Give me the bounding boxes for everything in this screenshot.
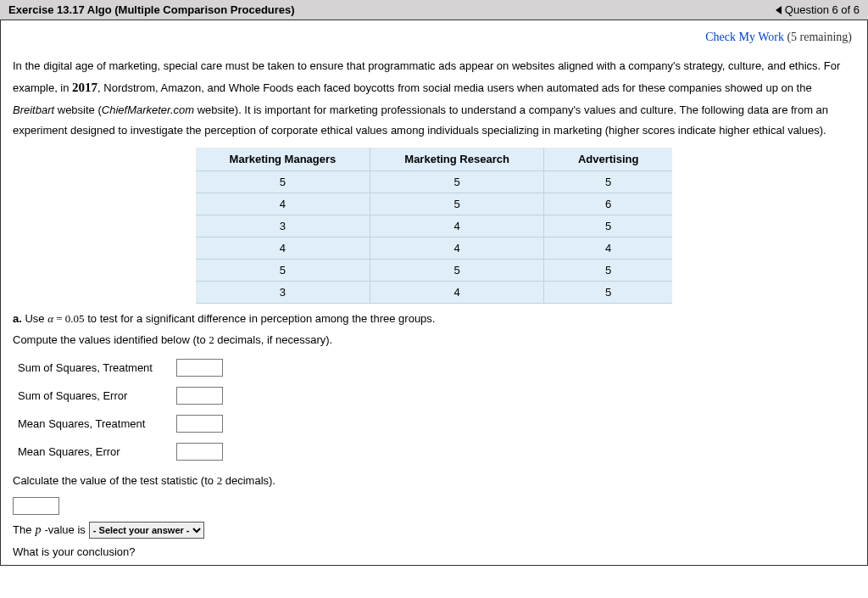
anova-inputs: Sum of Squares, Treatment Sum of Squares… xyxy=(1,350,867,461)
question-nav[interactable]: Question 6 of 6 xyxy=(776,3,860,16)
part-a-t2: to test for a significant difference in … xyxy=(85,312,436,325)
prose-1c: website ( xyxy=(54,103,102,116)
compute-t1: Compute the values identified below (to xyxy=(13,333,209,346)
compute-t2: decimals, if necessary). xyxy=(214,333,332,346)
problem-statement: In the digital age of marketing, special… xyxy=(1,49,867,141)
table-row: 444 xyxy=(196,237,673,259)
table-cell: 4 xyxy=(370,237,544,259)
input-sst[interactable] xyxy=(176,359,223,377)
prose-breitbart: Breitbart xyxy=(13,103,54,116)
table-row: 345 xyxy=(196,215,673,237)
table-cell: 5 xyxy=(543,281,672,303)
table-cell: 5 xyxy=(196,259,370,281)
calc-t1: Calculate the value of the test statisti… xyxy=(13,474,217,487)
compute-instruction: Compute the values identified below (to … xyxy=(1,330,867,351)
label-mse: Mean Squares, Error xyxy=(18,445,168,458)
table-cell: 5 xyxy=(370,193,544,215)
content-frame: Check My Work (5 remaining) In the digit… xyxy=(0,20,868,566)
check-my-work-row: Check My Work (5 remaining) xyxy=(1,20,867,49)
pvalue-select[interactable]: - Select your answer - xyxy=(89,522,204,539)
table-header: Marketing Managers xyxy=(196,148,370,171)
table-cell: 3 xyxy=(196,281,370,303)
table-cell: 5 xyxy=(543,215,672,237)
table-cell: 4 xyxy=(196,193,370,215)
header-bar: Exercise 13.17 Algo (Multiple Comparison… xyxy=(0,0,868,20)
label-mst: Mean Squares, Treatment xyxy=(18,417,168,430)
table-cell: 3 xyxy=(196,215,370,237)
table-cell: 6 xyxy=(543,193,672,215)
input-sse[interactable] xyxy=(176,387,223,405)
table-header: Advertising xyxy=(543,148,672,171)
row-mse: Mean Squares, Error xyxy=(18,443,855,461)
check-my-work-link[interactable]: Check My Work xyxy=(705,31,784,43)
prose-chief: ChiefMarketer.com xyxy=(102,103,194,116)
label-sst: Sum of Squares, Treatment xyxy=(18,361,168,374)
data-table: Marketing ManagersMarketing ResearchAdve… xyxy=(196,148,673,304)
table-cell: 4 xyxy=(196,237,370,259)
prev-arrow-icon[interactable] xyxy=(776,6,782,14)
input-test-statistic[interactable] xyxy=(13,497,59,515)
part-a-t1: Use xyxy=(22,312,47,325)
table-row: 456 xyxy=(196,193,673,215)
check-remaining: (5 remaining) xyxy=(787,31,852,43)
question-count: Question 6 of 6 xyxy=(785,3,860,16)
conclusion-question: What is your conclusion? xyxy=(1,544,867,565)
table-row: 345 xyxy=(196,281,673,303)
pv-pre: The xyxy=(13,523,31,536)
row-sst: Sum of Squares, Treatment xyxy=(18,359,855,377)
pv-p: p xyxy=(35,523,41,537)
test-stat-row xyxy=(1,497,867,520)
prose-year: 2017 xyxy=(72,81,97,94)
table-cell: 4 xyxy=(370,281,544,303)
table-cell: 5 xyxy=(196,170,370,193)
prose-1b: , Nordstrom, Amazon, and Whole Foods eac… xyxy=(97,81,812,94)
table-cell: 4 xyxy=(543,237,672,259)
table-row: 555 xyxy=(196,170,673,193)
row-mst: Mean Squares, Treatment xyxy=(18,415,855,433)
table-header: Marketing Research xyxy=(370,148,544,171)
input-mse[interactable] xyxy=(176,443,223,461)
table-cell: 4 xyxy=(370,215,544,237)
part-a-label: a. xyxy=(13,312,22,325)
pvalue-row: The p-value is - Select your answer - xyxy=(1,520,867,544)
row-sse: Sum of Squares, Error xyxy=(18,387,855,405)
alpha-symbol: α xyxy=(47,312,53,325)
table-cell: 5 xyxy=(370,170,544,193)
table-cell: 5 xyxy=(370,259,544,281)
pv-post: -value is xyxy=(44,523,85,536)
table-row: 555 xyxy=(196,259,673,281)
table-cell: 5 xyxy=(543,259,672,281)
alpha-value: 0.05 xyxy=(65,312,85,325)
table-cell: 5 xyxy=(543,170,672,193)
eq-sign: = xyxy=(53,312,65,325)
exercise-title: Exercise 13.17 Algo (Multiple Comparison… xyxy=(8,3,295,16)
calc-instruction: Calculate the value of the test statisti… xyxy=(1,471,867,497)
part-a: a. Use α = 0.05 to test for a significan… xyxy=(1,305,867,330)
calc-t2: decimals). xyxy=(222,474,275,487)
label-sse: Sum of Squares, Error xyxy=(18,389,168,402)
input-mst[interactable] xyxy=(176,415,223,433)
conclusion-text: What is your conclusion? xyxy=(13,545,136,558)
